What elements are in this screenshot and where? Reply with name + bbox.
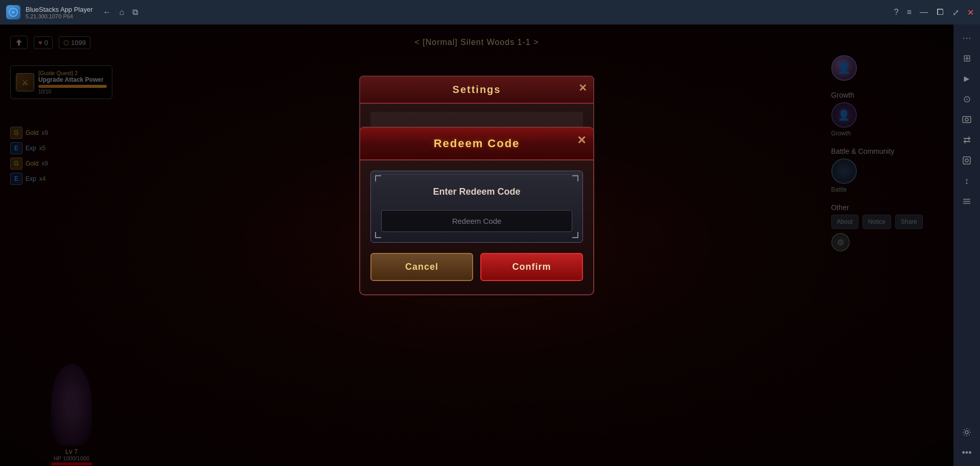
redeem-close-button[interactable]: ✕ — [577, 134, 586, 147]
sidebar-icon-6[interactable]: ⇄ — [956, 131, 977, 149]
nav-home-button[interactable]: ⌂ — [120, 8, 125, 17]
redeem-modal: Redeem Code ✕ Enter Redeem Code Cancel C… — [359, 127, 594, 295]
settings-title: Settings — [453, 84, 501, 95]
svg-rect-3 — [963, 157, 970, 164]
app-logo — [6, 5, 20, 19]
redeem-footer: Cancel Confirm — [370, 253, 583, 284]
restore-button[interactable]: ⧠ — [936, 8, 944, 17]
sidebar-icon-3[interactable]: ► — [956, 69, 977, 88]
sidebar-icon-8[interactable]: ↕ — [956, 172, 977, 190]
sidebar-icon-1[interactable]: ⋯ — [956, 29, 977, 47]
titlebar: BlueStacks App Player 5.21.300.1070 P64 … — [0, 0, 980, 25]
sidebar-icon-4[interactable]: ⊙ — [956, 90, 977, 108]
corner-bl — [375, 232, 381, 238]
nav-copy-button[interactable]: ⧉ — [132, 8, 138, 17]
sidebar-icon-9[interactable] — [956, 192, 977, 211]
redeem-body: Enter Redeem Code Cancel Confirm — [360, 160, 593, 294]
settings-header: Settings ✕ — [360, 77, 593, 104]
settings-sidebar-icon[interactable] — [956, 423, 977, 441]
minimize-button[interactable]: — — [920, 8, 928, 17]
redeem-title: Redeem Code — [434, 137, 520, 150]
corner-tr — [572, 175, 578, 181]
redeem-header: Redeem Code ✕ — [360, 128, 593, 160]
redeem-input-area: Enter Redeem Code — [370, 171, 583, 243]
svg-point-4 — [965, 159, 968, 162]
game-background: ♥ 0 ⬡ 1099 < [Normal] Silent Woods 1-1 >… — [0, 25, 953, 466]
app-version: 5.21.300.1070 P64 — [26, 13, 93, 19]
help-button[interactable]: ? — [894, 8, 899, 17]
menu-button[interactable]: ≡ — [907, 8, 912, 17]
cancel-label: Cancel — [405, 262, 438, 272]
svg-rect-1 — [963, 116, 971, 123]
corner-br — [572, 232, 578, 238]
corner-tl — [375, 175, 381, 181]
confirm-label: Confirm — [512, 262, 551, 272]
titlebar-nav: ← ⌂ ⧉ — [103, 8, 138, 17]
nav-back-button[interactable]: ← — [103, 8, 111, 17]
redeem-input-label: Enter Redeem Code — [381, 187, 572, 197]
sidebar-icon-7[interactable] — [956, 151, 977, 170]
redeem-code-input[interactable] — [381, 210, 572, 232]
sidebar-dots-icon[interactable]: ••• — [956, 444, 977, 462]
app-name: BlueStacks App Player — [26, 6, 93, 13]
sidebar-icon-2[interactable]: ⊞ — [956, 49, 977, 67]
cancel-button[interactable]: Cancel — [370, 253, 473, 281]
confirm-button[interactable]: Confirm — [480, 253, 583, 281]
settings-close-button[interactable]: ✕ — [578, 82, 587, 94]
sidebar-icon-5[interactable] — [956, 110, 977, 129]
right-sidebar: ⋯ ⊞ ► ⊙ ⇄ ↕ ••• — [953, 25, 980, 466]
svg-point-2 — [965, 118, 968, 121]
close-button[interactable]: ✕ — [967, 8, 974, 17]
svg-point-5 — [965, 431, 968, 434]
titlebar-controls: ? ≡ — ⧠ ⤢ ✕ — [894, 8, 974, 17]
maximize-button[interactable]: ⤢ — [952, 8, 959, 17]
